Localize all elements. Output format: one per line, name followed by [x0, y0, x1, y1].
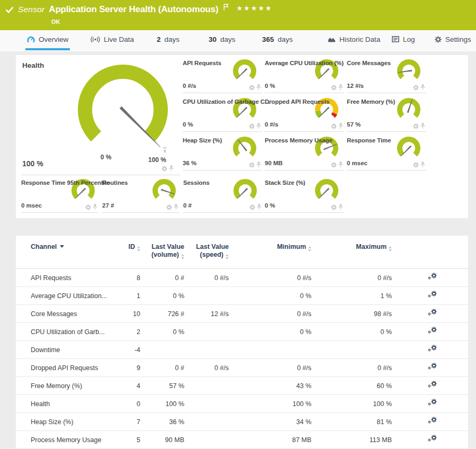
- channel-settings-icon[interactable]: [428, 363, 437, 371]
- tab-label: days: [278, 35, 293, 43]
- tab-live-data[interactable]: Live Data: [89, 30, 136, 50]
- gauge-dial-wrap: [228, 135, 261, 165]
- channel-minimum: 0 #/s: [229, 274, 311, 282]
- channel-settings-icon[interactable]: [428, 435, 437, 443]
- channel-settings-icon[interactable]: [428, 327, 437, 335]
- channel-name: Core Messages: [16, 310, 123, 318]
- gauge-pin-icon[interactable]: [338, 84, 343, 91]
- tab-range-number: 2: [157, 35, 161, 43]
- gauge-gear-icon[interactable]: [85, 204, 91, 210]
- gauge-pin-icon[interactable]: [256, 161, 261, 168]
- gauge-pin-icon[interactable]: [338, 204, 343, 210]
- gauge-pin-icon[interactable]: [174, 204, 178, 210]
- gauge-gear-icon[interactable]: [249, 85, 255, 91]
- tab-365-days[interactable]: 365days: [261, 30, 294, 50]
- gauge-cell-response-time-95th-percentile: Response Time 95th Percentile0 msec: [21, 177, 98, 213]
- gauge-pin-icon[interactable]: [420, 123, 425, 129]
- gauge-cell-response-time: Response Time0 msec: [347, 135, 426, 170]
- gauge-pin-icon[interactable]: [338, 123, 343, 129]
- channel-settings-icon[interactable]: [428, 309, 437, 317]
- tab-range-number: 365: [262, 35, 274, 43]
- tab-30-days[interactable]: 30days: [207, 30, 237, 50]
- gauge-pin-icon[interactable]: [256, 84, 261, 91]
- channel-row-free-memory: Free Memory (%)457 %43 %60 %: [16, 377, 468, 395]
- channel-last-value-volume: 90 MB: [140, 436, 184, 444]
- column-header-minimum[interactable]: Minimum: [229, 243, 311, 252]
- gauge-cell-dropped-api-requests: Dropped API Requests0 #/s: [265, 96, 344, 132]
- gauge-cell-process-memory-usage: Process Memory Usage90 MB: [265, 135, 344, 170]
- tab-log[interactable]: Log: [390, 30, 417, 50]
- channel-minimum: 0 %: [229, 292, 311, 300]
- gauge-pin-icon[interactable]: [257, 204, 262, 210]
- channel-settings-icon[interactable]: [428, 291, 437, 299]
- tab-settings[interactable]: Settings: [433, 30, 473, 50]
- channel-minimum: 87 MB: [229, 436, 311, 444]
- gauge-value: 0 #: [183, 202, 192, 209]
- gauge-gear-icon[interactable]: [331, 162, 337, 168]
- channel-settings-icon[interactable]: [428, 417, 437, 425]
- channel-last-value-volume: 0 %: [140, 292, 184, 300]
- channel-settings-icon[interactable]: [428, 399, 437, 407]
- channel-maximum: 113 MB: [311, 436, 392, 444]
- sensor-title-line: Sensor Application Server Health (Autono…: [5, 4, 273, 15]
- health-gauge-cell: Health x 0 % 100 % 100 %: [21, 55, 180, 175]
- column-header-id[interactable]: ID: [123, 243, 140, 252]
- gauge-gear-icon[interactable]: [413, 85, 419, 91]
- gauge-gear-icon[interactable]: [249, 162, 255, 168]
- gauge-pin-icon[interactable]: [420, 161, 425, 168]
- gauge-value: 0 #/s: [183, 83, 196, 89]
- gauge-value: 0 %: [183, 121, 193, 128]
- gauge-action-icons: [413, 161, 425, 168]
- tab-2-days[interactable]: 2days: [155, 30, 181, 50]
- gauge-title: Stack Size (%): [265, 179, 306, 186]
- gauge-pin-icon[interactable]: [420, 84, 425, 91]
- channel-settings-icon[interactable]: [428, 345, 437, 353]
- column-label-line: Channel: [31, 243, 57, 250]
- gauge-title: Routines: [102, 179, 128, 186]
- tab-overview[interactable]: Overview: [25, 30, 70, 50]
- gauge-dial-wrap: [148, 177, 181, 207]
- gauge-gear-icon[interactable]: [161, 166, 167, 172]
- gauge-value: 90 MB: [265, 160, 283, 166]
- channel-row-downtime: Downtime-4: [16, 341, 468, 359]
- column-header-last-value-volume[interactable]: Last Value(volume): [140, 243, 184, 259]
- gauge-action-icons: [331, 84, 343, 91]
- column-header-channel[interactable]: Channel: [16, 243, 123, 251]
- gauge-gear-icon[interactable]: [331, 204, 337, 210]
- gauge-gear-icon[interactable]: [413, 123, 419, 129]
- channel-actions: [392, 381, 450, 391]
- channel-maximum: 60 %: [311, 382, 392, 390]
- gauge-action-icons: [249, 84, 261, 91]
- gauge-dial: [228, 135, 261, 163]
- gauge-title: Heap Size (%): [183, 137, 222, 143]
- column-header-last-value-speed[interactable]: Last Value(speed): [184, 243, 229, 259]
- health-gauge-dial: x: [74, 61, 175, 157]
- log-icon: [392, 36, 399, 42]
- gauge-title: Process Memory Usage: [265, 137, 333, 143]
- gauge-gear-icon[interactable]: [249, 123, 255, 129]
- gauge-pin-icon[interactable]: [93, 204, 97, 210]
- tab-historic-data[interactable]: Historic Data: [326, 30, 382, 50]
- channel-actions: [392, 345, 450, 355]
- gauge-gear-icon[interactable]: [249, 204, 255, 210]
- gauge-pin-icon[interactable]: [256, 123, 261, 129]
- gauges-panel: Health x 0 % 100 % 100 % API Requests0 #…: [16, 55, 468, 218]
- channel-settings-icon[interactable]: [428, 381, 437, 389]
- gauge-gear-icon[interactable]: [166, 204, 172, 210]
- gauge-gear-icon[interactable]: [413, 162, 419, 168]
- gauge-gear-icon[interactable]: [331, 123, 337, 129]
- priority-flag-icon[interactable]: [223, 4, 229, 11]
- gauge-dial: [229, 177, 262, 205]
- gauge-title: Response Time: [347, 137, 391, 143]
- channel-minimum: 0 %: [229, 328, 311, 336]
- channel-settings-icon[interactable]: [428, 273, 437, 281]
- tab-label: Log: [403, 35, 415, 43]
- gauge-gear-icon[interactable]: [331, 85, 337, 91]
- column-header-maximum[interactable]: Maximum: [311, 243, 392, 252]
- gauge-value: 27 #: [102, 202, 114, 209]
- gauge-pin-icon[interactable]: [169, 165, 174, 172]
- priority-stars[interactable]: ★★★★★: [236, 4, 272, 12]
- gauge-cell-core-messages: Core Messages12 #/s: [347, 58, 426, 93]
- gauge-pin-icon[interactable]: [338, 161, 343, 168]
- prtg-sensor-overview-page: { "colors": { "header_green": "#B5C31D",…: [0, 0, 476, 449]
